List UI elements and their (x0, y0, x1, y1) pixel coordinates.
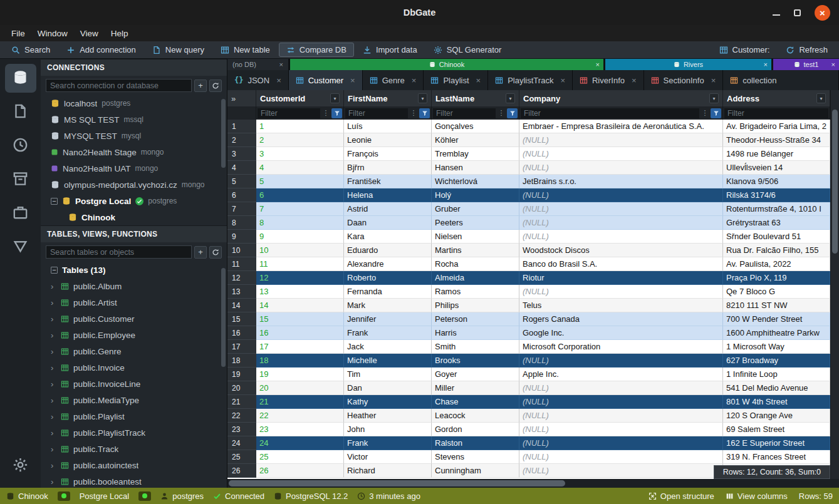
grid-cell[interactable]: (NULL) (519, 381, 723, 395)
grid-cell[interactable]: 25 (256, 450, 344, 464)
grid-cell[interactable]: 1 (256, 120, 344, 133)
chevron-right-icon[interactable]: › (51, 282, 56, 291)
row-number[interactable]: 22 (227, 409, 256, 423)
dbtab-test1[interactable]: test1 × (773, 59, 839, 70)
grid-cell[interactable]: 26 (256, 464, 344, 478)
row-number[interactable]: 24 (227, 436, 256, 450)
grid-cell[interactable]: (NULL) (519, 161, 723, 175)
grid-cell[interactable]: Brooks (432, 354, 519, 368)
grid-cell[interactable]: Astrid (344, 202, 432, 216)
grid-cell[interactable]: (NULL) (519, 147, 723, 161)
filter-menu-icon[interactable]: ⋮ (410, 109, 417, 117)
grid-cell[interactable]: 19 (256, 368, 344, 381)
grid-cell[interactable]: Almeida (432, 271, 519, 285)
vertical-scrollbar-thumb[interactable] (832, 110, 838, 254)
iconbar-single-database[interactable] (5, 233, 36, 262)
grid-cell[interactable]: 21 (256, 395, 344, 409)
tab-json[interactable]: {}JSON× (227, 70, 289, 90)
grid-cell[interactable]: 1 Microsoft Way (723, 340, 830, 354)
grid-cell[interactable]: 23 (256, 423, 344, 436)
menu-view[interactable]: View (74, 27, 105, 40)
grid-cell[interactable]: 13 (256, 285, 344, 299)
chevron-right-icon[interactable]: › (51, 363, 56, 373)
grid-cell[interactable]: Nielsen (432, 230, 519, 244)
grid-cell[interactable]: Martins (432, 244, 519, 257)
connection-ms-sql-test[interactable]: MS SQL TESTmssql (41, 111, 227, 128)
close-icon[interactable]: × (815, 5, 830, 21)
row-number[interactable]: 19 (227, 368, 256, 381)
tab-playlist[interactable]: Playlist× (424, 70, 488, 90)
toolbar-compare-db-button[interactable]: Compare DB (279, 43, 354, 57)
grid-cell[interactable]: 24 (256, 436, 344, 450)
table-public-track[interactable]: › public.Track (41, 441, 227, 457)
close-icon[interactable]: × (560, 76, 565, 85)
grid-cell[interactable]: (NULL) (519, 354, 723, 368)
column-dropdown-icon[interactable]: ▾ (330, 93, 340, 103)
grid-cell[interactable]: Daan (344, 216, 432, 230)
close-icon[interactable]: × (412, 76, 417, 85)
table-public-artist[interactable]: › public.Artist (41, 294, 227, 311)
column-dropdown-icon[interactable]: ▾ (816, 93, 826, 103)
grid-cell[interactable]: Kathy (344, 395, 432, 409)
filter-menu-icon[interactable]: ⋮ (701, 109, 709, 117)
chevron-right-icon[interactable]: › (51, 314, 56, 324)
grid-cell[interactable]: Luís (344, 120, 432, 133)
row-number[interactable]: 14 (227, 299, 256, 312)
close-icon[interactable]: × (831, 61, 835, 68)
grid-cell[interactable]: 8210 111 ST NW (723, 299, 830, 312)
tab-playlisttrack[interactable]: PlaylistTrack× (488, 70, 573, 90)
grid-cell[interactable]: 5 (256, 175, 344, 188)
grid-cell[interactable]: 18 (256, 354, 344, 368)
grid-cell[interactable]: Holý (432, 188, 519, 202)
grid-cell[interactable]: Woodstock Discos (519, 244, 723, 257)
collapse-icon[interactable]: − (51, 198, 58, 205)
chevron-right-icon[interactable]: › (51, 477, 56, 486)
grid-cell[interactable]: Ralston (432, 436, 519, 450)
row-number[interactable]: 26 (227, 464, 256, 478)
chevron-right-icon[interactable]: › (51, 445, 56, 454)
chevron-right-icon[interactable]: › (51, 412, 56, 421)
column-header-customerid[interactable]: CustomerId ▾ (256, 90, 344, 106)
grid-cell[interactable]: 22 (256, 409, 344, 423)
grid-cell[interactable]: (NULL) (519, 202, 723, 216)
grid-cell[interactable]: Banco do Brasil S.A. (519, 257, 723, 271)
row-number[interactable]: 9 (227, 230, 256, 244)
add-connection-icon[interactable]: + (194, 80, 207, 92)
close-icon[interactable]: × (596, 61, 600, 68)
grid-cell[interactable]: Miller (432, 381, 519, 395)
grid-cell[interactable]: Sřnder Boulevard 51 (723, 230, 830, 244)
grid-cell[interactable]: Roberto (344, 271, 432, 285)
table-public-customer[interactable]: › public.Customer (41, 311, 227, 327)
chevron-right-icon[interactable]: › (51, 331, 56, 340)
grid-cell[interactable]: Philips (432, 299, 519, 312)
add-table-icon[interactable]: + (194, 246, 207, 259)
iconbar-history[interactable] (5, 131, 36, 160)
grid-cell[interactable]: Fernanda (344, 285, 432, 299)
filter-funnel-icon[interactable] (419, 108, 430, 118)
row-number[interactable]: 18 (227, 354, 256, 368)
row-number[interactable]: 3 (227, 147, 256, 161)
vertical-scrollbar[interactable] (830, 90, 839, 479)
grid-cell[interactable]: 15 (256, 312, 344, 326)
menu-help[interactable]: Help (105, 27, 135, 40)
filter-input[interactable]: Filter (521, 108, 699, 118)
menu-file[interactable]: File (5, 27, 31, 40)
row-number[interactable]: 5 (227, 175, 256, 188)
chevron-right-icon[interactable]: › (51, 396, 56, 405)
grid-cell[interactable]: 4 (256, 161, 344, 175)
grid-cell[interactable]: 9 (256, 230, 344, 244)
grid-cell[interactable]: Bjřrn (344, 161, 432, 175)
table-public-playlist[interactable]: › public.Playlist (41, 408, 227, 424)
connections-scrollbar[interactable] (221, 99, 226, 168)
grid-cell[interactable]: Riotur (519, 271, 723, 285)
row-number[interactable]: 25 (227, 450, 256, 464)
grid-cell[interactable]: Theodor-Heuss-Straße 34 (723, 133, 830, 147)
minimize-icon[interactable] (773, 14, 780, 16)
connection-olympus-medportal-vychozi-cz[interactable]: olympus-medportal.vychozi.czmongo (41, 177, 227, 193)
grid-cell[interactable]: Ramos (432, 285, 519, 299)
row-number[interactable]: 8 (227, 216, 256, 230)
database-chinook[interactable]: Chinook (41, 209, 227, 225)
tab-sectioninfo[interactable]: SectionInfo× (644, 70, 724, 90)
grid-cell[interactable]: 20 (256, 381, 344, 395)
grid-cell[interactable]: Heather (344, 409, 432, 423)
